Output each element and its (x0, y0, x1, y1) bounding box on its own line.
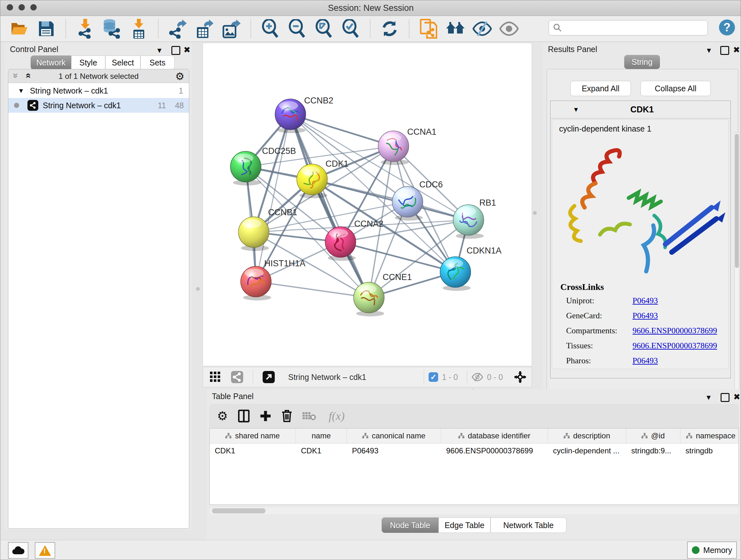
cdk1-collapse-icon[interactable]: ▼ (573, 106, 579, 113)
collapse-all-button[interactable]: Collapse All (641, 81, 711, 96)
cell-database-identifier[interactable]: 9606.ENSP00000378699 (441, 443, 548, 458)
tab-edge-table[interactable]: Edge Table (439, 517, 490, 533)
network-node-cdk1[interactable] (297, 164, 327, 198)
crosslink-pharos-link[interactable]: P06493 (632, 356, 717, 366)
tab-select[interactable]: Select (105, 56, 140, 70)
network-node-ccne1[interactable] (354, 282, 384, 316)
network-edge[interactable] (312, 179, 468, 220)
crosslink-genecard-link[interactable]: P06493 (632, 311, 717, 320)
column-header-namespace[interactable]: namespace (680, 428, 739, 443)
string-documents-icon[interactable] (419, 19, 439, 39)
table-panel-float-icon[interactable] (721, 393, 730, 402)
column-header-shared-name[interactable]: shared name (210, 428, 296, 443)
crosslink-compartments-link[interactable]: 9606.ENSP00000378699 (632, 326, 717, 335)
tab-node-table[interactable]: Node Table (382, 517, 439, 533)
results-panel-menu-icon[interactable]: ▾ (707, 45, 711, 55)
control-panel-close-icon[interactable]: ✖ (184, 45, 191, 55)
birds-eye-view-icon[interactable] (514, 371, 527, 383)
table-scrollbar-thumb[interactable] (212, 508, 266, 513)
string-network-graph[interactable]: CCNB2CCNA1CDC25BCDK1CDC6RB1CCNB1CCNA2CDK… (203, 43, 532, 366)
tab-network-table[interactable]: Network Table (490, 517, 566, 533)
table-panel-close-icon[interactable]: ✖ (733, 392, 740, 402)
show-columns-icon[interactable] (238, 410, 250, 422)
delete-table-icon[interactable] (302, 411, 316, 421)
results-panel-close-icon[interactable]: ✖ (733, 45, 740, 55)
results-scrollbar-thumb[interactable] (735, 134, 739, 268)
import-network-icon[interactable] (75, 19, 95, 39)
control-panel-menu-icon[interactable]: ▾ (157, 45, 161, 55)
function-builder-icon[interactable]: f(x) (329, 409, 345, 423)
import-table-icon[interactable] (129, 19, 149, 39)
zoom-in-icon[interactable] (260, 19, 280, 39)
help-button[interactable]: ? (719, 19, 735, 36)
cell-shared-name[interactable]: CDK1 (210, 443, 296, 458)
add-column-icon[interactable] (260, 410, 271, 422)
network-node-cdc25b[interactable] (230, 151, 261, 186)
detach-view-icon[interactable] (263, 371, 275, 383)
expand-all-button[interactable]: Expand All (570, 81, 631, 96)
results-scrollbar[interactable] (734, 132, 739, 409)
string-home-icon[interactable] (446, 19, 465, 39)
node-label-cdk1: CDK1 (326, 159, 348, 169)
cell-description[interactable]: cyclin-dependent ... (548, 443, 626, 458)
cell--id[interactable]: stringdb:9... (626, 443, 680, 458)
network-row[interactable]: String Network – cdk1 11 48 (8, 98, 189, 113)
crosslink-tissues-link[interactable]: 9606.ENSP00000378699 (632, 341, 717, 351)
save-icon[interactable] (37, 19, 56, 39)
table-row[interactable]: CDK1CDK1P064939606.ENSP00000378699cyclin… (210, 443, 738, 458)
table-settings-gear-icon[interactable]: ⚙ (217, 409, 228, 423)
network-edge[interactable] (290, 114, 394, 146)
zoom-selected-icon[interactable] (341, 19, 360, 39)
network-share-icon[interactable] (231, 371, 243, 383)
zoom-out-icon[interactable] (287, 19, 307, 39)
network-edge[interactable] (256, 282, 369, 298)
tab-sets[interactable]: Sets (140, 56, 175, 70)
export-table-icon[interactable] (195, 19, 214, 39)
warning-button[interactable] (35, 542, 55, 559)
export-network-icon[interactable] (168, 19, 188, 39)
network-node-hist1h1a[interactable] (241, 266, 271, 300)
column-header-name[interactable]: name (296, 428, 347, 443)
tab-string[interactable]: String (624, 55, 660, 69)
network-node-ccna1[interactable] (378, 131, 409, 165)
tab-network[interactable]: Network (30, 56, 71, 70)
results-panel-float-icon[interactable] (720, 46, 729, 55)
left-splitter-handle[interactable] (196, 287, 200, 291)
search-box[interactable] (549, 20, 708, 36)
network-node-rb1[interactable] (453, 205, 484, 239)
delete-column-icon[interactable] (281, 410, 292, 422)
collection-expand-icon[interactable]: ▼ (18, 87, 24, 95)
table-horizontal-scrollbar[interactable] (209, 507, 739, 514)
column-header-description[interactable]: description (548, 428, 626, 443)
network-options-gear-icon[interactable]: ⚙ (175, 70, 185, 82)
hide-glass-effect-icon[interactable] (472, 19, 492, 39)
search-input[interactable] (565, 23, 708, 33)
network-collection-row[interactable]: ▼ String Network – cdk1 1 (8, 83, 189, 98)
cell-name[interactable]: CDK1 (296, 443, 347, 458)
zoom-fit-icon[interactable] (314, 19, 334, 39)
export-image-icon[interactable] (221, 19, 241, 39)
network-edge[interactable] (290, 114, 369, 298)
network-node-ccnb1[interactable] (239, 217, 269, 251)
column-header--id[interactable]: @id (626, 428, 680, 443)
network-node-cdkn1a[interactable] (440, 257, 471, 291)
crosslink-uniprot-link[interactable]: P06493 (632, 296, 717, 306)
cdk1-section-header[interactable]: ▼ CDK1 (550, 101, 731, 118)
selected-checkbox-icon[interactable]: ✓ (428, 372, 438, 382)
cloud-button[interactable] (8, 542, 28, 559)
cell-canonical-name[interactable]: P06493 (347, 443, 441, 458)
open-folder-icon[interactable] (10, 19, 29, 39)
cell-namespace[interactable]: stringdb (680, 443, 739, 458)
memory-button[interactable]: Memory (687, 542, 737, 559)
control-panel-float-icon[interactable] (172, 46, 180, 55)
network-canvas[interactable]: CCNB2CCNA1CDC25BCDK1CDC6RB1CCNB1CCNA2CDK… (203, 43, 532, 366)
table-panel-menu-icon[interactable]: ▾ (706, 392, 711, 402)
import-network-database-icon[interactable] (102, 19, 122, 39)
tab-style[interactable]: Style (71, 56, 105, 70)
refresh-icon[interactable] (380, 19, 400, 39)
grid-view-icon[interactable] (210, 372, 221, 382)
show-eye-icon[interactable] (499, 19, 519, 39)
column-header-canonical-name[interactable]: canonical name (347, 428, 441, 443)
column-header-database-identifier[interactable]: database identifier (441, 428, 548, 443)
right-splitter-handle[interactable] (533, 211, 537, 215)
